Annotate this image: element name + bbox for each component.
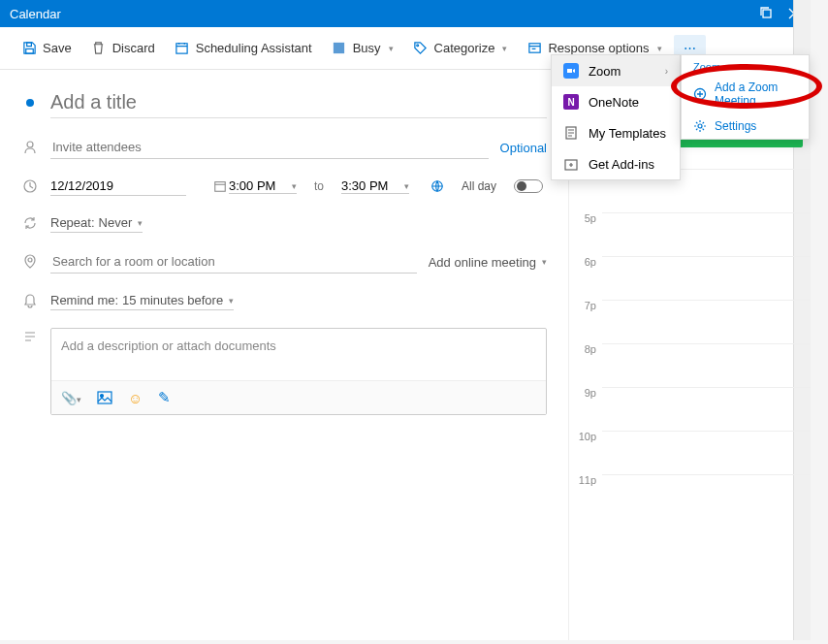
optional-link[interactable]: Optional [500, 141, 547, 155]
popout-icon[interactable] [760, 7, 774, 20]
menu-item-my-templates[interactable]: My Templates [552, 117, 680, 148]
scheduling-assistant-button[interactable]: Scheduling Assistant [167, 37, 320, 60]
title-input[interactable] [50, 87, 547, 118]
addins-icon [563, 156, 579, 172]
time-label: 11p [569, 474, 602, 518]
zoom-submenu: ZoomAdd a Zoom MeetingSettings [681, 54, 810, 140]
start-time-input[interactable] [229, 178, 290, 193]
calendar-icon [175, 41, 190, 56]
window-title: Calendar [10, 7, 760, 21]
repeat-dropdown[interactable]: Repeat: Never ▾ [50, 213, 143, 233]
allday-toggle[interactable] [514, 179, 543, 193]
time-slot[interactable]: 9p [569, 387, 811, 431]
image-icon[interactable] [97, 391, 112, 404]
chevron-down-icon: ▾ [502, 44, 507, 53]
svg-rect-9 [215, 181, 226, 191]
time-slot[interactable]: 5p [569, 212, 811, 256]
plus-icon [693, 87, 707, 101]
discard-button[interactable]: Discard [83, 37, 163, 60]
time-label: 5p [569, 212, 602, 256]
chevron-down-icon: ▾ [404, 181, 409, 191]
titlebar: Calendar [0, 0, 811, 27]
menu-item-onenote[interactable]: NOneNote [552, 86, 680, 117]
svg-point-20 [698, 124, 702, 128]
format-icon[interactable]: ✎ [158, 389, 171, 406]
time-slot[interactable]: 11p [569, 474, 811, 518]
categorize-dropdown[interactable]: Categorize ▾ [405, 37, 516, 60]
chevron-down-icon: ▾ [138, 218, 143, 228]
calendar-picker-icon[interactable] [213, 179, 227, 193]
description-placeholder: Add a description or attach documents [61, 338, 536, 372]
chevron-down-icon: ▾ [292, 181, 297, 191]
templates-icon [563, 125, 579, 141]
menu-item-get-add-ins[interactable]: Get Add-ins [552, 148, 680, 179]
svg-rect-0 [763, 10, 771, 17]
time-label: 8p [569, 343, 602, 387]
person-icon [21, 139, 39, 156]
time-label: 6p [569, 256, 602, 300]
event-form: Optional ▾ to ▾ All day [0, 70, 568, 640]
time-slot[interactable]: 7p [569, 300, 811, 343]
end-time-field[interactable]: ▾ [341, 178, 409, 194]
time-label: 10p [569, 431, 602, 474]
submenu-item-settings[interactable]: Settings [682, 113, 809, 139]
location-icon [21, 253, 39, 271]
chevron-down-icon: ▾ [389, 44, 394, 53]
date-field[interactable] [50, 177, 186, 196]
repeat-icon [21, 214, 39, 232]
busy-dropdown[interactable]: Busy ▾ [324, 37, 401, 60]
calendar-event-window: Calendar Save Discard Scheduling Assista… [0, 0, 811, 640]
title-bullet-icon [26, 99, 34, 107]
time-label: 9p [569, 387, 602, 431]
svg-rect-12 [98, 392, 111, 403]
onenote-icon: N [563, 94, 579, 110]
date-input[interactable] [50, 178, 213, 193]
attach-icon[interactable]: 📎▾ [61, 391, 81, 405]
timezone-icon[interactable] [430, 179, 444, 193]
reminder-dropdown[interactable]: Remind me: 15 minutes before ▾ [50, 291, 234, 310]
description-icon [21, 328, 39, 345]
allday-label: All day [462, 179, 496, 193]
chevron-down-icon: ▾ [229, 296, 234, 306]
end-time-input[interactable] [341, 178, 402, 193]
busy-icon [332, 41, 347, 56]
description-editor[interactable]: Add a description or attach documents 📎▾… [50, 328, 547, 415]
save-button[interactable]: Save [14, 37, 80, 60]
reminder-icon [21, 292, 39, 309]
more-actions-menu: Zoom›NOneNoteMy TemplatesGet Add-ins [551, 54, 681, 180]
time-slot[interactable]: 10p [569, 431, 811, 474]
svg-rect-2 [25, 48, 33, 53]
clock-icon [21, 177, 39, 195]
menu-item-zoom[interactable]: Zoom› [552, 55, 680, 86]
emoji-icon[interactable]: ☺ [128, 390, 143, 406]
to-label: to [314, 179, 324, 193]
description-toolbar: 📎▾ ☺ ✎ [51, 380, 546, 414]
add-online-meeting-dropdown[interactable]: Add online meeting ▾ [429, 255, 547, 270]
chevron-down-icon: ▾ [542, 257, 547, 267]
trash-icon [91, 41, 107, 56]
chevron-down-icon: ▾ [657, 44, 662, 53]
svg-point-5 [417, 45, 419, 47]
tag-icon [413, 41, 429, 56]
time-slot[interactable]: 8p [569, 343, 811, 387]
start-time-field[interactable]: ▾ [229, 178, 297, 194]
submenu-header: Zoom [682, 55, 809, 75]
gear-icon [693, 119, 707, 133]
submenu-item-add-a-zoom-meeting[interactable]: Add a Zoom Meeting [682, 75, 809, 113]
chevron-right-icon: › [665, 66, 668, 77]
attendees-input[interactable] [50, 136, 489, 159]
time-slot[interactable]: 6p [569, 256, 811, 300]
svg-text:N: N [567, 97, 574, 108]
response-icon [526, 41, 542, 56]
svg-rect-6 [529, 44, 540, 52]
time-label: 7p [569, 300, 602, 343]
svg-point-7 [27, 142, 33, 147]
location-input[interactable] [50, 250, 417, 274]
svg-rect-3 [176, 44, 187, 53]
svg-point-11 [28, 258, 32, 262]
svg-point-13 [101, 395, 104, 398]
ellipsis-icon: ⋯ [684, 41, 696, 55]
zoom-icon [563, 63, 579, 79]
save-icon [21, 41, 37, 56]
svg-rect-1 [26, 43, 31, 47]
